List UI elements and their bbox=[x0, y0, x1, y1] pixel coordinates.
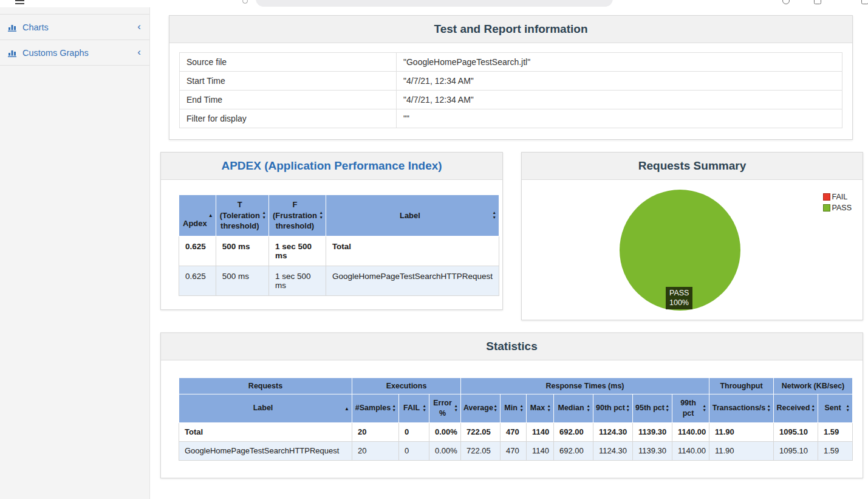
group-header-row: Requests Executions Response Times (ms) … bbox=[179, 378, 853, 394]
column-header-95th-pct[interactable]: 95th pct ▲▼ bbox=[633, 394, 672, 423]
cell: 500 ms bbox=[216, 236, 268, 266]
sort-icon: ▲▼ bbox=[319, 211, 323, 219]
legend-item-pass: PASS bbox=[823, 204, 852, 212]
browser-menu-icon[interactable] bbox=[861, 0, 868, 4]
group-header-executions: Executions bbox=[352, 378, 461, 394]
cell: 470 bbox=[501, 422, 527, 441]
sort-icon: ▲▼ bbox=[547, 404, 551, 413]
column-header-error-pct[interactable]: Error % ▲▼ bbox=[429, 394, 461, 423]
chevron-left-icon: ‹ bbox=[137, 47, 141, 57]
column-header-samples[interactable]: #Samples ▲▼ bbox=[352, 394, 399, 423]
group-header-network: Network (KB/sec) bbox=[774, 378, 853, 394]
info-value: "4/7/21, 12:34 AM" bbox=[397, 91, 842, 109]
sidebar-item-label: Customs Graphs bbox=[22, 48, 137, 58]
column-header-label[interactable]: Label ▲▼ bbox=[326, 195, 499, 236]
info-value: "4/7/21, 12:34 AM" bbox=[397, 72, 842, 91]
cell: 1140.00 bbox=[672, 441, 709, 460]
sort-icon: ▲▼ bbox=[846, 404, 850, 413]
column-header-99th-pct[interactable]: 99th pct ▲▼ bbox=[672, 394, 709, 423]
legend-item-fail: FAIL bbox=[823, 193, 852, 201]
info-label: End Time bbox=[180, 91, 397, 109]
sidebar-divider bbox=[0, 7, 149, 15]
cell: 0 bbox=[399, 441, 429, 460]
info-value: "GoogleHomePageTestSearch.jtl" bbox=[397, 53, 842, 72]
sidebar-item-customs-graphs[interactable]: Customs Graphs ‹ bbox=[0, 40, 149, 66]
cell: 0.00% bbox=[429, 422, 461, 441]
column-header-label[interactable]: Label ▲ bbox=[179, 394, 352, 423]
downloads-icon[interactable] bbox=[814, 0, 821, 4]
panel-title: APDEX (Application Performance Index) bbox=[161, 153, 502, 180]
sort-icon: ▲▼ bbox=[587, 404, 590, 413]
sidebar-item-charts[interactable]: Charts ‹ bbox=[0, 15, 149, 40]
test-report-info-table: Source file "GoogleHomePageTestSearch.jt… bbox=[179, 52, 842, 128]
cell: 1140 bbox=[527, 422, 554, 441]
chevron-left-icon: ‹ bbox=[137, 21, 141, 32]
apdex-table: Apdex ▲ T (Toleration threshold) ▲▼ F (F… bbox=[179, 194, 499, 296]
column-header-max[interactable]: Max ▲▼ bbox=[527, 394, 554, 423]
cell: 470 bbox=[501, 441, 527, 460]
cell: 1140.00 bbox=[672, 422, 709, 441]
cell: 0 bbox=[399, 422, 429, 441]
sort-icon: ▲▼ bbox=[812, 404, 815, 413]
cell: 11.90 bbox=[709, 422, 774, 441]
table-row: 0.625 500 ms 1 sec 500 ms GoogleHomePage… bbox=[179, 266, 499, 295]
sort-icon: ▲▼ bbox=[454, 404, 458, 413]
column-header-min[interactable]: Min ▲▼ bbox=[501, 394, 527, 423]
column-header-row: Label ▲ #Samples ▲▼ FAIL ▲▼ bbox=[179, 394, 853, 423]
column-header-median[interactable]: Median ▲▼ bbox=[554, 394, 593, 423]
sort-icon: ▲▼ bbox=[493, 211, 496, 219]
column-header-toleration[interactable]: T (Toleration threshold) ▲▼ bbox=[216, 195, 268, 236]
sort-icon: ▲▼ bbox=[262, 211, 266, 219]
column-header-frustration[interactable]: F (Frustration threshold) ▲▼ bbox=[268, 195, 326, 236]
main-content: Test and Report information Source file … bbox=[151, 7, 868, 499]
cell: 1 sec 500 ms bbox=[268, 266, 326, 295]
cell: Total bbox=[326, 236, 499, 266]
sort-icon: ▲▼ bbox=[392, 404, 396, 413]
table-header-row: Apdex ▲ T (Toleration threshold) ▲▼ F (F… bbox=[179, 195, 499, 236]
extension-badge-icon[interactable] bbox=[242, 0, 248, 4]
cell: 1095.10 bbox=[774, 422, 818, 441]
column-header-average[interactable]: Average ▲▼ bbox=[461, 394, 501, 423]
column-header-apdex[interactable]: Apdex ▲ bbox=[179, 195, 216, 236]
column-header-fail[interactable]: FAIL ▲▼ bbox=[399, 394, 429, 423]
sort-icon: ▲▼ bbox=[666, 404, 669, 413]
sort-asc-icon: ▲ bbox=[344, 405, 349, 411]
info-label: Start Time bbox=[180, 72, 397, 91]
table-row-request: GoogleHomePageTestSearchHTTPRequest 20 0… bbox=[179, 441, 853, 460]
cell: 11.90 bbox=[709, 441, 774, 460]
browser-toolbar bbox=[0, 0, 868, 7]
panel-title: Statistics bbox=[161, 333, 863, 360]
group-header-requests: Requests bbox=[179, 378, 352, 394]
cell: 1095.10 bbox=[774, 441, 818, 460]
table-row: Source file "GoogleHomePageTestSearch.jt… bbox=[180, 53, 842, 72]
info-label: Source file bbox=[180, 53, 397, 72]
sort-icon: ▲▼ bbox=[703, 404, 706, 413]
cell: 1.59 bbox=[818, 422, 853, 441]
column-header-transactions[interactable]: Transactions/s ▲▼ bbox=[709, 394, 774, 423]
sort-icon: ▲▼ bbox=[494, 404, 497, 413]
menu-icon[interactable] bbox=[15, 0, 24, 4]
table-row: Start Time "4/7/21, 12:34 AM" bbox=[180, 72, 842, 91]
cell: GoogleHomePageTestSearchHTTPRequest bbox=[179, 441, 352, 460]
address-bar[interactable] bbox=[256, 0, 613, 7]
statistics-panel: Statistics Requests Executions Response … bbox=[160, 332, 863, 478]
sort-icon: ▲▼ bbox=[520, 404, 524, 413]
bar-chart-icon bbox=[8, 49, 18, 57]
sort-icon: ▲▼ bbox=[626, 404, 630, 413]
table-row: End Time "4/7/21, 12:34 AM" bbox=[180, 91, 842, 109]
table-row-total: Total 20 0 0.00% 722.05 470 1140 692.00 … bbox=[179, 422, 853, 441]
column-header-sent[interactable]: Sent ▲▼ bbox=[818, 394, 853, 423]
profile-icon[interactable] bbox=[782, 0, 790, 4]
column-header-90th-pct[interactable]: 90th pct ▲▼ bbox=[593, 394, 633, 423]
cell: 1139.30 bbox=[633, 422, 672, 441]
cell: 1124.30 bbox=[593, 422, 633, 441]
sidebar: Charts ‹ Customs Graphs ‹ bbox=[0, 7, 150, 499]
column-header-received[interactable]: Received ▲▼ bbox=[774, 394, 818, 423]
table-row: 0.625 500 ms 1 sec 500 ms Total bbox=[179, 236, 499, 266]
cell: 1.59 bbox=[818, 441, 853, 460]
cell: 20 bbox=[352, 422, 399, 441]
info-value: "" bbox=[397, 109, 842, 128]
sort-icon: ▲▼ bbox=[423, 404, 426, 413]
sort-asc-icon: ▲ bbox=[208, 213, 213, 218]
statistics-table: Requests Executions Response Times (ms) … bbox=[179, 377, 853, 461]
